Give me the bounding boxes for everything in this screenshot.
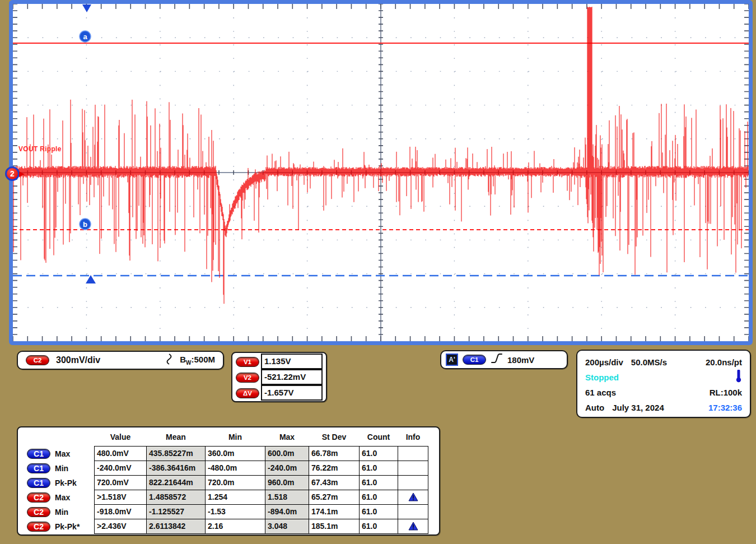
- column-header: Mean: [146, 430, 206, 447]
- channel-badge[interactable]: C1: [27, 463, 50, 473]
- cursor-a-label: a: [83, 32, 87, 41]
- measurement-cell: 360.0m: [205, 446, 265, 461]
- clipping-warning-icon: [398, 519, 428, 534]
- channel-badge[interactable]: C2: [27, 522, 50, 532]
- measurement-cell: >2.436V: [94, 519, 147, 534]
- measurement-cell: 65.27m: [309, 490, 360, 505]
- measurement-cell: 174.1m: [309, 504, 360, 519]
- measurement-row: C1Max480.0mV435.85227m360.0m600.0m66.78m…: [20, 447, 439, 461]
- cursor-dv-value: -1.657V: [261, 385, 323, 401]
- measurement-cell: 61.0: [359, 504, 398, 519]
- acquisition-readout: 200µs/div 50.0MS/s 20.0ns/pt Stopped 61 …: [576, 350, 751, 418]
- measurement-header-row: ValueMeanMinMaxSt DevCountInfo: [20, 431, 439, 447]
- trace-label: VOUT Ripple: [18, 145, 62, 153]
- channel-badge[interactable]: C2: [27, 492, 50, 503]
- column-header: Info: [398, 430, 428, 447]
- measurement-cell: -480.0m: [205, 461, 265, 476]
- measurement-cell: 67.43m: [309, 475, 360, 490]
- cursor-v2-row: V2 -521.22mV: [236, 370, 326, 385]
- measurement-name: Pk-Pk: [55, 478, 77, 487]
- measurement-row: C2Max>1.518V1.48585721.2541.51865.27m61.…: [20, 490, 439, 505]
- measurement-cell: 1.518: [265, 490, 309, 505]
- measurement-table[interactable]: ValueMeanMinMaxSt DevCountInfoC1Max480.0…: [17, 426, 440, 536]
- cursor-dv-badge[interactable]: ΔV: [236, 388, 259, 398]
- cursor-v1-value: 1.135V: [261, 354, 323, 369]
- measurement-row: C1Pk-Pk720.0mV822.21644m720.0m960.0m67.4…: [20, 476, 439, 490]
- measurement-label: C1Min: [20, 461, 95, 476]
- info-cell: [398, 475, 428, 490]
- measurement-cell: 3.048: [265, 519, 309, 534]
- clock: 17:32:36: [708, 403, 742, 412]
- cursor-v1-row: V1 1.135V: [236, 354, 326, 370]
- cursor-v2-value: -521.22mV: [261, 369, 323, 385]
- trigger-indicator-icon: [735, 370, 742, 385]
- measurement-name: Min: [55, 508, 68, 517]
- measurement-cell: 720.0mV: [94, 475, 147, 490]
- measurement-row: C1Min-240.0mV-386.36416m-480.0m-240.0m76…: [20, 461, 439, 476]
- measurement-name: Max: [55, 449, 70, 458]
- measurement-cell: 1.254: [205, 490, 265, 505]
- cursor-v2-badge[interactable]: V2: [236, 373, 259, 383]
- measurement-cell: -1.53: [205, 504, 265, 519]
- sample-rate: 50.0MS/s: [631, 357, 667, 367]
- measurement-cell: 2.16: [205, 519, 265, 534]
- record-length: RL:100k: [710, 388, 742, 397]
- measurement-cell: 1.4858572: [146, 490, 206, 505]
- acqs-row: 61 acqs RL:100k: [585, 385, 742, 400]
- scope-plot-area[interactable]: a b: [13, 4, 749, 341]
- trigger-position-marker[interactable]: [82, 4, 91, 12]
- measurement-label: C2Pk-Pk*: [20, 519, 95, 534]
- clipping-warning-icon: [398, 490, 428, 505]
- channel-2-position-marker[interactable]: 2: [5, 166, 20, 181]
- column-header: Count: [359, 430, 398, 447]
- timebase: 200µs/div: [585, 357, 623, 367]
- acquisition-count: 61 acqs: [585, 388, 616, 397]
- measurement-cell: -894.0m: [265, 504, 309, 519]
- measurement-cell: 600.0m: [265, 446, 309, 461]
- cursor-a-handle[interactable]: a: [80, 31, 91, 42]
- info-cell: [398, 446, 428, 461]
- rising-edge-icon: [491, 353, 503, 366]
- measurement-cell: 61.0: [359, 446, 398, 461]
- measurement-label: C2Min: [20, 505, 95, 519]
- trigger-readout[interactable]: A' C1 180mV: [440, 350, 568, 369]
- measurement-name: Max: [55, 493, 70, 502]
- measurement-cell: 2.6113842: [146, 519, 206, 534]
- measurement-label: C1Max: [20, 447, 95, 461]
- resolution: 20.0ns/pt: [706, 357, 742, 367]
- cursor-readout-box: V1 1.135V V2 -521.22mV ΔV -1.657V: [231, 352, 327, 402]
- channel-badge[interactable]: C1: [27, 478, 50, 488]
- measurement-cell: -1.125527: [146, 504, 206, 519]
- column-header: St Dev: [309, 430, 360, 447]
- cursor-dv-row: ΔV -1.657V: [236, 385, 326, 401]
- trigger-level: 180mV: [507, 355, 534, 365]
- trigger-source-badge[interactable]: C1: [463, 355, 486, 365]
- waveform-display[interactable]: a b VOUT Ripple 2: [9, 0, 753, 345]
- acquisition-state: Stopped: [585, 373, 619, 382]
- measurement-row: C2Min-918.0mV-1.125527-1.53-894.0m174.1m…: [20, 505, 439, 519]
- measurement-cell: 76.22m: [309, 461, 360, 476]
- cursor-v1-badge[interactable]: V1: [236, 357, 259, 367]
- measurement-cell: 61.0: [359, 461, 398, 476]
- cursor-b-label: b: [83, 220, 87, 229]
- channel-2-badge[interactable]: C2: [26, 355, 49, 365]
- cursor-b-handle[interactable]: b: [80, 218, 91, 230]
- measurement-label: C1Pk-Pk: [20, 476, 95, 490]
- channel-badge[interactable]: C2: [27, 507, 50, 517]
- channel-2-readout[interactable]: C2 300mV/div BW:500M: [17, 351, 224, 370]
- measurement-cell: 960.0m: [265, 475, 309, 490]
- measurement-cell: -386.36416m: [146, 461, 206, 476]
- channel-badge[interactable]: C1: [27, 449, 50, 459]
- header-spacer: [20, 431, 95, 447]
- column-header: Max: [265, 430, 309, 447]
- ac-coupling-icon: [165, 353, 173, 368]
- measurement-cell: 185.1m: [309, 519, 360, 534]
- channel-2-scale: 300mV/div: [56, 355, 100, 365]
- trigger-mode-badge[interactable]: A': [446, 354, 458, 366]
- measurement-label: C2Max: [20, 490, 95, 505]
- measurement-cell: 480.0mV: [94, 446, 147, 461]
- measurement-cell: 720.0m: [205, 475, 265, 490]
- measurement-cell: 822.21644m: [146, 475, 206, 490]
- info-cell: [398, 461, 428, 476]
- measurement-name: Min: [55, 464, 68, 473]
